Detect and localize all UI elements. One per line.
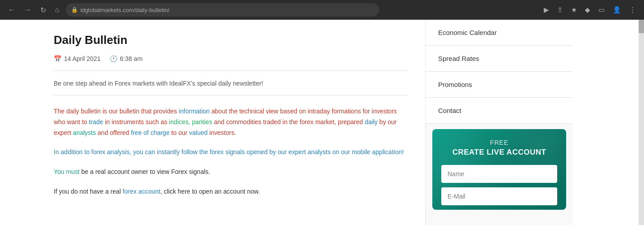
text-span-red-6: and offered <box>96 129 131 136</box>
email-input[interactable] <box>441 187 557 205</box>
page-title: Daily Bulletin <box>54 33 407 47</box>
sidebar-item-promotions[interactable]: Promotions <box>426 72 573 98</box>
text-span-dark-3: , click here to open an account now. <box>160 188 260 195</box>
text-span-red-3: in instruments such as <box>103 118 169 125</box>
reload-button[interactable]: ↻ <box>38 4 49 16</box>
star-icon[interactable]: ★ <box>568 4 580 16</box>
sidebar-item-spread-rates[interactable]: Spread Rates <box>426 46 573 72</box>
meta-info: 📅 14 April 2021 🕐 6:38 am <box>54 55 407 71</box>
sidebar-item-label-contact: Contact <box>438 107 461 114</box>
browser-chrome: ← → ↻ ⌂ 🔒 idglobalmarkets.com/daily-bull… <box>0 0 644 20</box>
url-base: idglobalmarkets.com <box>81 7 134 13</box>
sidebar: Economic Calendar Spread Rates Promotion… <box>425 20 573 225</box>
share-icon[interactable]: ⇧ <box>554 4 566 16</box>
text-span-red-7: to our <box>170 129 189 136</box>
extensions-icon[interactable]: ◆ <box>582 4 593 16</box>
sidebar-item-label-economic-calendar: Economic Calendar <box>438 29 497 36</box>
scrollbar-thumb[interactable] <box>639 20 644 33</box>
card-title: CREATE LIVE ACCOUNT <box>441 148 557 157</box>
profile-icon[interactable]: 👤 <box>610 4 624 16</box>
scrollbar-track[interactable] <box>639 20 644 225</box>
text-span-red-8: investors. <box>208 129 236 136</box>
text-span-teal-1: analysts <box>73 129 96 136</box>
paragraph-3: You must be a real account owner to view… <box>54 167 407 177</box>
paragraph-2: In addition to forex analysis, you can i… <box>54 147 407 158</box>
screenshot-icon[interactable]: ▶ <box>541 4 552 16</box>
sidebar-item-contact[interactable]: Contact <box>426 98 573 124</box>
url-path: /daily-bulletin/ <box>134 7 170 13</box>
text-span-teal-2: You must <box>54 168 80 175</box>
create-account-card: FREE CREATE LIVE ACCOUNT <box>432 129 566 210</box>
sidebar-item-label-spread-rates: Spread Rates <box>438 55 479 62</box>
text-span-dark-1: be a real account owner to view Forex si… <box>80 168 210 175</box>
paragraph-4: If you do not have a real forex account,… <box>54 186 407 197</box>
back-button[interactable]: ← <box>5 4 18 16</box>
text-span-blue-7: forex account <box>123 188 160 195</box>
sidebar-nav: Economic Calendar Spread Rates Promotion… <box>426 20 573 124</box>
main-content: Daily Bulletin 📅 14 April 2021 🕐 6:38 am… <box>0 20 425 225</box>
forward-button[interactable]: → <box>21 4 34 16</box>
text-span-blue-3: daily <box>365 118 378 125</box>
browser-actions: ▶ ⇧ ★ ◆ ▭ 👤 ⋮ <box>541 4 639 16</box>
address-bar[interactable]: 🔒 idglobalmarkets.com/daily-bulletin/ <box>66 3 379 17</box>
page-container: Daily Bulletin 📅 14 April 2021 🕐 6:38 am… <box>0 20 644 225</box>
card-free-label: FREE <box>441 139 557 146</box>
calendar-icon: 📅 <box>54 55 61 62</box>
split-icon[interactable]: ▭ <box>596 4 607 16</box>
home-button[interactable]: ⌂ <box>52 4 62 16</box>
article-time: 6:38 am <box>120 55 143 62</box>
time-meta: 🕐 6:38 am <box>110 55 143 62</box>
text-span-dark-2: If you do not have a real <box>54 188 123 195</box>
lock-icon: 🔒 <box>71 7 78 13</box>
sidebar-item-label-promotions: Promotions <box>438 81 472 88</box>
text-span-red-4: and commodities traded in the forex mark… <box>212 118 365 125</box>
text-span-blue-6: In addition to forex analysis, you can i… <box>54 148 404 156</box>
text-span-red-1: The daily bulletin is our bulletin that … <box>54 108 179 115</box>
paragraph-1: The daily bulletin is our bulletin that … <box>54 106 407 138</box>
article-date: 14 April 2021 <box>64 55 101 62</box>
menu-icon[interactable]: ⋮ <box>627 4 639 16</box>
date-meta: 📅 14 April 2021 <box>54 55 101 62</box>
sidebar-item-economic-calendar[interactable]: Economic Calendar <box>426 20 573 46</box>
address-text: idglobalmarkets.com/daily-bulletin/ <box>81 7 170 13</box>
name-input[interactable] <box>441 165 557 183</box>
text-span-green-1: indices, parities <box>169 118 213 125</box>
text-span-blue-2: trade <box>89 118 103 125</box>
text-span-blue-5: valued <box>189 129 208 136</box>
intro-text: Be one step ahead in Forex markets with … <box>54 80 407 95</box>
text-span-blue-1: information <box>179 108 209 115</box>
clock-icon: 🕐 <box>110 55 117 62</box>
text-span-blue-4: free of charge <box>131 129 170 136</box>
